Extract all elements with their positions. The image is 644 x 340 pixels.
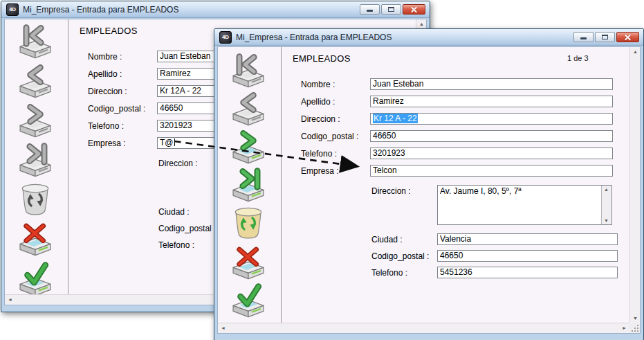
close-icon xyxy=(624,33,632,41)
front-employee-form: EMPLEADOS 1 de 3 Nombre :Juan Esteban Ap… xyxy=(282,47,629,323)
empresa-telefono-field[interactable]: 5451236 xyxy=(437,267,618,278)
back-maximize-button[interactable] xyxy=(381,4,401,15)
front-close-button[interactable] xyxy=(616,32,639,42)
maximize-icon xyxy=(602,35,608,39)
empresa-direccion-textarea[interactable]: Av. Jaume I, 80, 5º, 7ª ▲ ▼ xyxy=(437,185,612,225)
scroll-up-icon[interactable]: ▲ xyxy=(419,21,424,26)
front-titlebar[interactable]: 4D Mi_Empresa - Entrada para EMPLEADOS xyxy=(214,29,643,46)
codigo-postal-field[interactable]: 46650 xyxy=(370,130,613,142)
empresa-codigo-postal-label: Codigo_postal : xyxy=(158,224,216,233)
telefono-field[interactable]: 3201923 xyxy=(370,147,613,159)
empresa-codigo-postal-value: 46650 xyxy=(440,251,463,260)
cancel-button[interactable] xyxy=(17,221,53,257)
accept-button[interactable] xyxy=(230,283,266,319)
apellido-value: Ramirez xyxy=(373,96,404,106)
ciudad-field[interactable]: Valencia xyxy=(437,233,618,245)
empresa-direccion-label: Direccion : xyxy=(371,186,411,196)
textarea-scrollbar[interactable]: ▲ ▼ xyxy=(601,186,611,224)
resize-grip-icon xyxy=(631,324,639,332)
trash-icon xyxy=(17,181,53,217)
front-window-title: Mi_Empresa - Entrada para EMPLEADOS xyxy=(236,33,392,42)
codigo-postal-value: 46650 xyxy=(373,131,396,141)
front-record-toolbar xyxy=(218,47,281,323)
direccion-value: Kr 12A - 22 xyxy=(160,86,201,96)
nombre-value: Juan Esteban xyxy=(160,51,210,61)
front-vertical-scrollbar[interactable]: ▲ ▼ xyxy=(629,47,640,323)
empresa-telefono-value: 5451236 xyxy=(440,267,472,277)
scroll-up-icon[interactable]: ▲ xyxy=(633,49,638,54)
telefono-value: 3201923 xyxy=(160,120,192,130)
empresa-value: T@ xyxy=(160,138,174,147)
scroll-right-icon[interactable]: ► xyxy=(622,325,627,330)
codigo-postal-value: 46650 xyxy=(160,103,183,113)
ciudad-value: Valencia xyxy=(440,234,471,244)
back-close-button[interactable] xyxy=(403,4,425,15)
front-resize-grip[interactable] xyxy=(629,323,640,333)
last-record-icon xyxy=(17,142,53,178)
previous-record-button[interactable] xyxy=(17,63,53,99)
apellido-label: Apellido : xyxy=(301,97,335,107)
last-record-button[interactable] xyxy=(17,142,53,178)
empresa-codigo-postal-label: Codigo_postal : xyxy=(371,251,429,261)
empresa-codigo-postal-field[interactable]: 46650 xyxy=(437,250,618,262)
telefono-value: 3201923 xyxy=(373,148,405,158)
previous-record-icon xyxy=(230,91,266,127)
codigo-postal-label: Codigo_postal : xyxy=(88,104,145,114)
back-window-title: Mi_Empresa - Entrada para EMPLEADOS xyxy=(23,5,178,15)
accept-button[interactable] xyxy=(17,261,53,297)
front-maximize-button[interactable] xyxy=(595,32,615,42)
front-minimize-button[interactable] xyxy=(573,32,594,42)
delete-record-button[interactable] xyxy=(17,181,53,217)
minimize-icon xyxy=(367,10,373,12)
4d-app-icon: 4D xyxy=(6,3,19,16)
accept-check-icon xyxy=(17,261,53,297)
scroll-left-icon[interactable]: ◄ xyxy=(8,297,12,302)
direccion-label: Direccion : xyxy=(88,87,127,96)
empresa-label: Empresa : xyxy=(301,166,339,176)
empresa-direccion-label: Direccion : xyxy=(158,159,198,168)
first-record-button[interactable] xyxy=(230,53,266,89)
form-title: EMPLEADOS xyxy=(80,26,138,36)
direccion-field[interactable]: Kr 12 A - 22 xyxy=(370,113,613,125)
record-counter: 1 de 3 xyxy=(567,54,589,62)
scroll-left-icon[interactable]: ◄ xyxy=(221,325,226,330)
minimize-icon xyxy=(580,37,587,39)
first-record-icon xyxy=(230,53,266,89)
empresa-value: Telcon xyxy=(373,165,397,175)
delete-record-button[interactable] xyxy=(230,205,266,241)
back-minimize-button[interactable] xyxy=(360,4,380,15)
cancel-x-icon xyxy=(17,221,53,257)
apellido-field[interactable]: Ramirez xyxy=(370,96,613,107)
scroll-down-icon[interactable]: ▼ xyxy=(604,218,609,223)
previous-record-icon xyxy=(17,63,53,99)
screen: 4D Mi_Empresa - Entrada para EMPLEADOS E… xyxy=(0,0,644,340)
scroll-down-icon[interactable]: ▼ xyxy=(633,316,638,321)
next-record-button[interactable] xyxy=(230,129,266,165)
apellido-label: Apellido : xyxy=(88,69,122,79)
ciudad-label: Ciudad : xyxy=(371,235,403,244)
apellido-value: Ramirez xyxy=(160,69,191,78)
empresa-direccion-value: Av. Jaume I, 80, 5º, 7ª xyxy=(440,186,600,196)
next-record-icon xyxy=(17,102,53,138)
close-icon xyxy=(410,6,418,13)
front-window-content: EMPLEADOS 1 de 3 Nombre :Juan Esteban Ap… xyxy=(217,46,641,334)
last-record-icon xyxy=(230,167,266,203)
previous-record-button[interactable] xyxy=(230,91,266,127)
cancel-button[interactable] xyxy=(230,244,266,280)
last-record-button[interactable] xyxy=(230,167,266,203)
trash-icon xyxy=(230,205,266,241)
empresa-label: Empresa : xyxy=(88,138,126,148)
next-record-icon xyxy=(230,129,266,165)
empresa-field[interactable]: Telcon xyxy=(370,165,613,177)
direccion-label: Direccion : xyxy=(301,114,340,124)
telefono-label: Telefono : xyxy=(301,149,337,159)
4d-app-icon: 4D xyxy=(219,31,232,44)
nombre-field[interactable]: Juan Esteban xyxy=(370,78,613,90)
nombre-label: Nombre : xyxy=(301,80,335,89)
scroll-up-icon[interactable]: ▲ xyxy=(604,187,609,192)
next-record-button[interactable] xyxy=(17,102,53,138)
front-horizontal-scrollbar[interactable]: ◄ ► xyxy=(218,323,629,333)
cancel-x-icon xyxy=(230,244,266,280)
first-record-button[interactable] xyxy=(17,24,53,60)
back-titlebar[interactable]: 4D Mi_Empresa - Entrada para EMPLEADOS xyxy=(1,1,430,18)
